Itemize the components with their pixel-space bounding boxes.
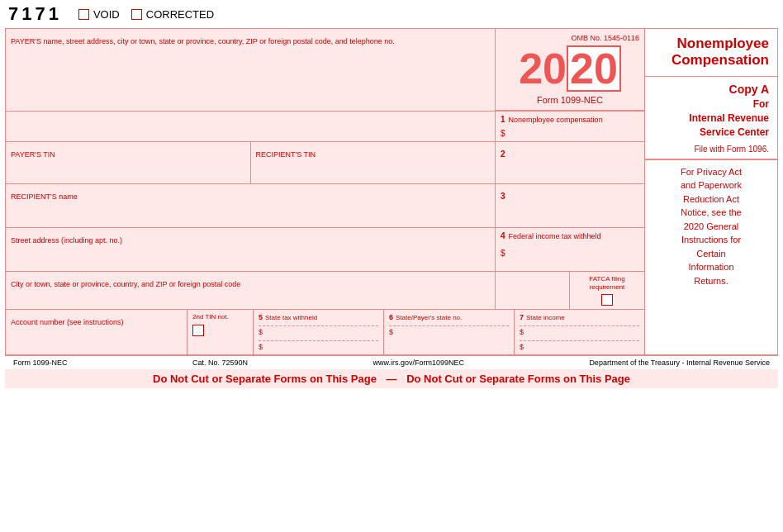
payer-info-label: PAYER'S name, street address, city or to… bbox=[11, 37, 395, 45]
corrected-label: CORRECTED bbox=[146, 8, 214, 21]
void-checkbox-item: VOID bbox=[78, 8, 120, 21]
footer-dash: — bbox=[387, 373, 397, 385]
tin-section: PAYER'S TIN RECIPIENT'S TIN bbox=[6, 142, 496, 183]
field2-number: 2 bbox=[501, 150, 505, 159]
privacy-section: For Privacy Act and Paperwork Reduction … bbox=[645, 160, 777, 293]
field6-label: State/Payer's state no. bbox=[396, 314, 462, 321]
field3-box: 3 bbox=[496, 184, 644, 227]
street-box: Street address (including apt. no.) bbox=[6, 228, 496, 271]
state-tax-box: 5 State tax withheld $ $ bbox=[254, 310, 384, 354]
tin2-box: 2nd TIN not. bbox=[187, 310, 254, 354]
state-income-box: 7 State income $ $ bbox=[515, 310, 644, 354]
city-label: City or town, state or province, country… bbox=[11, 280, 240, 288]
city-fatca-right: FATCA filing requirement bbox=[496, 272, 644, 309]
year-20-box: 20 bbox=[567, 45, 621, 92]
recipient-tin-label: RECIPIENT'S TIN bbox=[256, 150, 316, 159]
street-label: Street address (including apt. no.) bbox=[11, 236, 122, 245]
file-with: File with Form 1096. bbox=[653, 145, 769, 154]
footer-form: Form 1099-NEC bbox=[13, 359, 68, 367]
recipient-tin-box: RECIPIENT'S TIN bbox=[251, 142, 496, 183]
field7-label: State income bbox=[526, 314, 565, 321]
footer-cat: Cat. No. 72590N bbox=[192, 359, 248, 367]
nonemployee-title: Nonemployee Compensation bbox=[653, 36, 769, 69]
footer-dept: Department of the Treasury - Internal Re… bbox=[589, 359, 770, 367]
recipient-name-box: RECIPIENT'S name bbox=[6, 184, 496, 227]
footer-do-not-cut-left: Do Not Cut or Separate Forms on This Pag… bbox=[153, 373, 377, 385]
tin-field2-row: PAYER'S TIN RECIPIENT'S TIN 2 bbox=[6, 142, 644, 184]
top-section: PAYER'S name, street address, city or to… bbox=[6, 29, 644, 112]
form-body: PAYER'S name, street address, city or to… bbox=[5, 28, 778, 355]
payer-tin-label: PAYER'S TIN bbox=[11, 150, 55, 159]
footer-do-not-cut-right: Do Not Cut or Separate Forms on This Pag… bbox=[406, 373, 630, 385]
nec-right: 1 Nonemployee compensation $ bbox=[496, 112, 644, 141]
void-label: VOID bbox=[93, 8, 120, 21]
field5-dollar2: $ bbox=[259, 343, 378, 351]
form-id: Form 1099-NEC bbox=[537, 95, 603, 105]
recipient-field3-row: RECIPIENT'S name 3 bbox=[6, 184, 644, 228]
street-field4-row: Street address (including apt. no.) 4 Fe… bbox=[6, 228, 644, 272]
field3-number: 3 bbox=[501, 192, 505, 201]
bottom-row: Account number (see instructions) 2nd TI… bbox=[6, 310, 644, 354]
year-20: 20 bbox=[519, 47, 567, 90]
fatca-label: FATCA filing requirement bbox=[589, 275, 624, 291]
corrected-checkbox[interactable] bbox=[131, 9, 142, 20]
form-number: 7171 bbox=[8, 3, 62, 25]
copy-a-label: Copy A For Internal Revenue Service Cent… bbox=[653, 82, 769, 140]
field7-dollar2: $ bbox=[520, 343, 639, 351]
nec-field-row: 1 Nonemployee compensation $ bbox=[6, 112, 644, 142]
field5-label: State tax withheld bbox=[265, 314, 317, 321]
field4-number: 4 bbox=[501, 231, 505, 240]
field7-number: 7 bbox=[520, 313, 524, 321]
fatca-city-empty bbox=[496, 272, 570, 309]
field2-box: 2 bbox=[496, 142, 644, 183]
account-box: Account number (see instructions) bbox=[6, 310, 187, 354]
state-payer-box: 6 State/Payer's state no. $ bbox=[384, 310, 515, 354]
field5-dollar1: $ bbox=[259, 328, 378, 336]
field6-dollar: $ bbox=[389, 328, 509, 336]
form-right: Nonemployee Compensation Copy A For Inte… bbox=[645, 29, 777, 354]
field4-box: 4 Federal income tax withheld $ bbox=[496, 228, 644, 271]
form-left: PAYER'S name, street address, city or to… bbox=[6, 29, 645, 354]
field4-dollar: $ bbox=[501, 249, 639, 258]
payer-info-box: PAYER'S name, street address, city or to… bbox=[6, 29, 496, 111]
fatca-checkbox[interactable] bbox=[601, 294, 613, 306]
field6-number: 6 bbox=[389, 313, 393, 321]
right-title: Nonemployee Compensation bbox=[645, 29, 777, 76]
recipient-name-label: RECIPIENT'S name bbox=[11, 192, 78, 201]
copy-a-section: Copy A For Internal Revenue Service Cent… bbox=[645, 77, 777, 159]
year-display: 2020 bbox=[519, 45, 621, 92]
tin2-label: 2nd TIN not. bbox=[192, 313, 229, 321]
tin2-checkbox[interactable] bbox=[192, 325, 204, 336]
field5-number: 5 bbox=[259, 313, 263, 321]
year-box: OMB No. 1545-0116 2020 Form 1099-NEC bbox=[496, 29, 644, 111]
omb-number: OMB No. 1545-0116 bbox=[501, 34, 639, 42]
header-row: 7171 VOID CORRECTED bbox=[0, 0, 783, 28]
footer-bottom: Do Not Cut or Separate Forms on This Pag… bbox=[5, 369, 778, 388]
payer-tin-box: PAYER'S TIN bbox=[6, 142, 251, 183]
city-fatca-row: City or town, state or province, country… bbox=[6, 272, 644, 310]
footer-top: Form 1099-NEC Cat. No. 72590N www.irs.go… bbox=[5, 355, 778, 369]
footer-url: www.irs.gov/Form1099NEC bbox=[373, 359, 464, 367]
field1-dollar: $ bbox=[501, 129, 639, 138]
field1-label: Nonemployee compensation bbox=[509, 116, 603, 124]
field4-label: Federal income tax withheld bbox=[509, 232, 601, 240]
fatca-box: FATCA filing requirement bbox=[570, 272, 644, 309]
privacy-text: For Privacy Act and Paperwork Reduction … bbox=[653, 165, 769, 288]
city-box: City or town, state or province, country… bbox=[6, 272, 496, 309]
corrected-checkbox-item: CORRECTED bbox=[131, 8, 214, 21]
void-checkbox[interactable] bbox=[78, 9, 89, 20]
page: 7171 VOID CORRECTED PAYER'S name, street… bbox=[0, 0, 783, 532]
account-label: Account number (see instructions) bbox=[11, 318, 124, 326]
nec-left bbox=[6, 112, 496, 141]
field1-number: 1 bbox=[501, 115, 505, 124]
checkbox-group: VOID CORRECTED bbox=[78, 8, 214, 21]
field7-dollar1: $ bbox=[520, 328, 639, 336]
